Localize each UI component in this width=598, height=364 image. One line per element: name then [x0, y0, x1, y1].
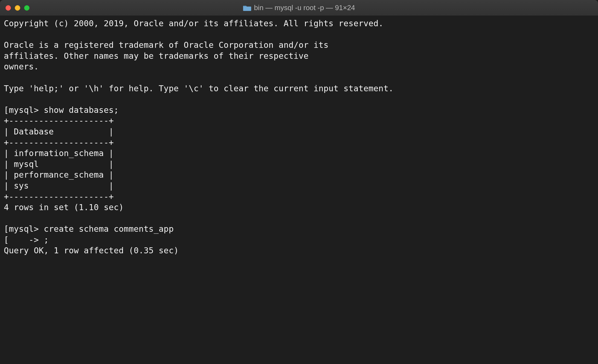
prompt-continuation: [ -> ;	[4, 235, 49, 245]
copyright-line: Copyright (c) 2000, 2019, Oracle and/or …	[4, 19, 384, 28]
table-border: +--------------------+	[4, 192, 114, 201]
window-title: bin — mysql -u root -p — 91×24	[254, 4, 355, 12]
table-row: | information_schema |	[4, 148, 114, 158]
prompt-show-databases: [mysql> show databases;	[4, 105, 119, 115]
maximize-button[interactable]	[24, 5, 30, 11]
titlebar: bin — mysql -u root -p — 91×24	[0, 0, 598, 16]
query-ok-line: Query OK, 1 row affected (0.35 sec)	[4, 246, 179, 255]
help-hint-line: Type 'help;' or '\h' for help. Type '\c'…	[4, 84, 393, 93]
window-title-block: bin — mysql -u root -p — 91×24	[243, 4, 355, 12]
table-row: | sys |	[4, 181, 114, 190]
window-controls	[5, 5, 30, 11]
folder-icon	[243, 5, 251, 11]
table-row: | mysql |	[4, 159, 114, 169]
table-header: | Database |	[4, 127, 114, 136]
terminal-window: bin — mysql -u root -p — 91×24 Copyright…	[0, 0, 598, 364]
trademark-lines: Oracle is a registered trademark of Orac…	[4, 40, 329, 71]
rows-summary: 4 rows in set (1.10 sec)	[4, 202, 124, 212]
table-border: +--------------------+	[4, 138, 114, 147]
table-border: +--------------------+	[4, 116, 114, 125]
minimize-button[interactable]	[15, 5, 20, 11]
table-row: | performance_schema |	[4, 170, 114, 180]
terminal-content[interactable]: Copyright (c) 2000, 2019, Oracle and/or …	[0, 16, 598, 364]
close-button[interactable]	[5, 5, 11, 11]
prompt-create-schema: [mysql> create schema comments_app	[4, 224, 174, 234]
